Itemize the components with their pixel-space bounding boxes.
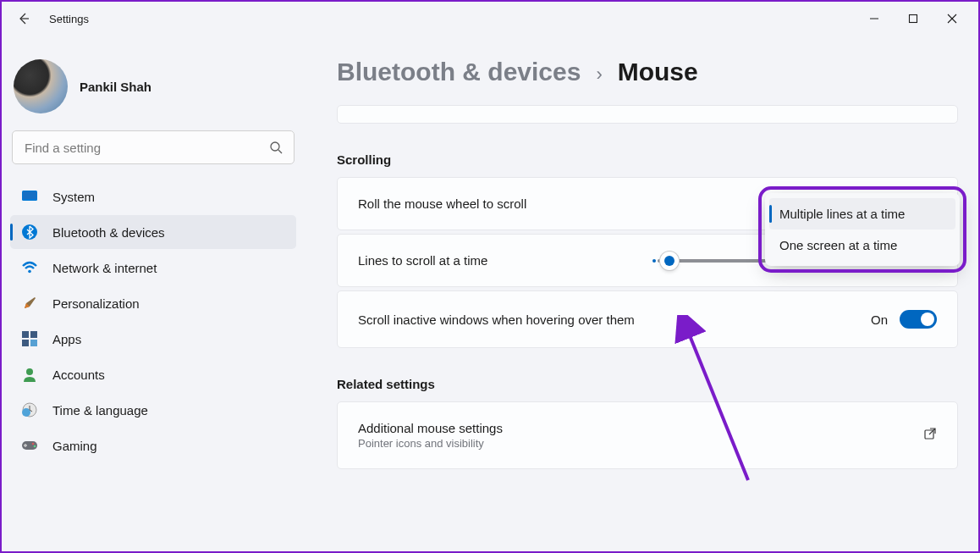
close-button[interactable] bbox=[933, 5, 972, 32]
sidebar-item-label: Personalization bbox=[52, 296, 140, 311]
setting-label: Scroll inactive windows when hovering ov… bbox=[358, 312, 871, 327]
toggle-state-label: On bbox=[871, 312, 888, 327]
svg-rect-10 bbox=[22, 331, 29, 338]
page-title: Mouse bbox=[618, 58, 698, 86]
person-icon bbox=[20, 365, 39, 384]
minimize-button[interactable] bbox=[855, 5, 894, 32]
svg-point-19 bbox=[34, 445, 36, 448]
breadcrumb-parent[interactable]: Bluetooth & devices bbox=[337, 58, 581, 86]
wifi-icon bbox=[20, 258, 39, 277]
external-link-icon bbox=[923, 427, 937, 444]
search-icon bbox=[269, 141, 283, 154]
setting-label: Lines to scroll at a time bbox=[358, 253, 658, 268]
sidebar-item-time[interactable]: Time & language bbox=[10, 393, 296, 427]
section-heading-related: Related settings bbox=[337, 377, 958, 391]
gamepad-icon bbox=[20, 436, 39, 455]
sidebar: Pankil Shah System Bluetooth & devices N… bbox=[2, 36, 305, 551]
maximize-icon bbox=[908, 14, 918, 24]
dropdown-option-multiple-lines[interactable]: Multiple lines at a time bbox=[769, 198, 955, 229]
svg-rect-12 bbox=[22, 340, 29, 346]
card-partial bbox=[337, 105, 958, 124]
main-content: Bluetooth & devices › Mouse Scrolling Ro… bbox=[305, 36, 978, 551]
scroll-inactive-toggle[interactable] bbox=[900, 310, 937, 329]
slider-thumb[interactable] bbox=[660, 252, 679, 270]
search-input[interactable] bbox=[12, 130, 295, 164]
setting-scroll-inactive: Scroll inactive windows when hovering ov… bbox=[337, 290, 958, 348]
additional-mouse-settings-link[interactable]: Additional mouse settings Pointer icons … bbox=[337, 401, 958, 469]
svg-point-9 bbox=[28, 270, 31, 274]
sidebar-item-label: Accounts bbox=[52, 368, 105, 382]
system-icon bbox=[20, 187, 39, 206]
sidebar-item-gaming[interactable]: Gaming bbox=[10, 429, 296, 462]
sidebar-item-label: Time & language bbox=[52, 403, 148, 418]
svg-point-4 bbox=[271, 142, 279, 151]
sidebar-item-label: Apps bbox=[52, 332, 81, 346]
svg-point-18 bbox=[32, 443, 35, 445]
link-subtitle: Pointer icons and visibility bbox=[358, 437, 503, 450]
sidebar-item-system[interactable]: System bbox=[10, 180, 296, 213]
sidebar-item-apps[interactable]: Apps bbox=[10, 322, 296, 356]
profile[interactable]: Pankil Shah bbox=[10, 51, 296, 130]
search-wrapper bbox=[12, 130, 295, 164]
arrow-left-icon bbox=[17, 12, 30, 25]
svg-rect-1 bbox=[910, 15, 917, 23]
svg-rect-13 bbox=[30, 340, 37, 346]
window-controls bbox=[855, 5, 972, 32]
brush-icon bbox=[20, 294, 39, 312]
bluetooth-icon bbox=[20, 223, 39, 241]
user-name: Pankil Shah bbox=[80, 80, 151, 94]
avatar bbox=[14, 59, 68, 113]
close-icon bbox=[947, 14, 957, 24]
sidebar-item-network[interactable]: Network & internet bbox=[10, 251, 296, 285]
breadcrumb: Bluetooth & devices › Mouse bbox=[337, 58, 958, 86]
sidebar-item-label: Bluetooth & devices bbox=[52, 225, 165, 240]
sidebar-item-personalization[interactable]: Personalization bbox=[10, 286, 296, 320]
slider-tick bbox=[652, 259, 656, 263]
section-heading-scrolling: Scrolling bbox=[337, 152, 958, 167]
minimize-icon bbox=[869, 14, 879, 24]
sidebar-item-accounts[interactable]: Accounts bbox=[10, 357, 296, 391]
svg-rect-11 bbox=[30, 331, 37, 338]
dropdown-option-one-screen[interactable]: One screen at a time bbox=[769, 229, 955, 261]
chevron-right-icon: › bbox=[596, 64, 602, 86]
roll-wheel-dropdown[interactable]: Multiple lines at a time One screen at a… bbox=[765, 193, 960, 266]
apps-icon bbox=[20, 329, 39, 348]
app-title: Settings bbox=[49, 13, 89, 25]
maximize-button[interactable] bbox=[894, 5, 933, 32]
sidebar-item-label: Gaming bbox=[52, 439, 97, 453]
titlebar: Settings bbox=[2, 2, 978, 36]
svg-rect-7 bbox=[23, 191, 36, 199]
sidebar-item-label: System bbox=[52, 190, 95, 204]
svg-line-5 bbox=[278, 150, 282, 153]
sidebar-item-label: Network & internet bbox=[52, 261, 157, 275]
clock-globe-icon bbox=[20, 401, 39, 419]
svg-point-14 bbox=[26, 368, 33, 375]
link-title: Additional mouse settings bbox=[358, 421, 503, 435]
sidebar-item-bluetooth[interactable]: Bluetooth & devices bbox=[10, 215, 296, 249]
nav: System Bluetooth & devices Network & int… bbox=[10, 180, 296, 462]
back-button[interactable] bbox=[8, 3, 39, 34]
